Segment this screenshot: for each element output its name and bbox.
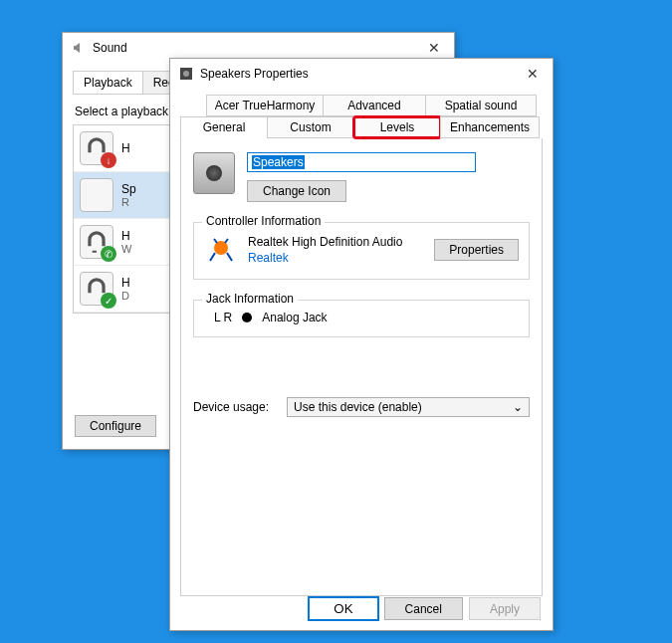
tab-content-general: Speakers Change Icon Controller Informat… [180,138,543,596]
tab-advanced[interactable]: Advanced [323,95,426,116]
tabs: Acer TrueHarmony Advanced Spatial sound … [180,95,543,138]
jack-dot-icon [242,313,252,322]
speakers-properties-window: Speakers Properties ✕ Acer TrueHarmony A… [169,58,554,631]
device-label: Sp [121,182,136,196]
ok-button[interactable]: OK [309,597,377,620]
device-sub: D [121,290,130,302]
tab-spatial-sound[interactable]: Spatial sound [425,95,537,116]
props-titlebar[interactable]: Speakers Properties ✕ [170,59,553,89]
headphones-icon: ↓ [80,131,113,165]
tab-general[interactable]: General [180,116,268,138]
arrow-down-icon: ↓ [101,152,116,168]
device-usage-value: Use this device (enable) [294,400,422,414]
configure-button[interactable]: Configure [75,415,156,437]
controller-name: Realtek High Definition Audio [248,235,424,249]
device-icon [193,152,235,194]
close-icon[interactable]: ✕ [422,36,446,60]
headphones-icon: ✓ [80,272,113,306]
dialog-buttons: OK Cancel Apply [309,597,541,620]
properties-button[interactable]: Properties [434,239,519,261]
device-sub: W [121,243,131,255]
headset-icon: ✆ [80,225,113,259]
device-name-input[interactable]: Speakers [247,152,476,172]
group-title: Controller Information [202,214,325,228]
controller-vendor-link[interactable]: Realtek [248,251,424,265]
jack-information-group: Jack Information L R Analog Jack [193,300,530,337]
props-title: Speakers Properties [200,67,521,81]
tab-acer-trueharmony[interactable]: Acer TrueHarmony [206,95,324,116]
change-icon-button[interactable]: Change Icon [247,180,346,202]
tab-enhancements[interactable]: Enhancements [440,116,540,138]
svg-point-1 [183,71,189,77]
device-label: H [121,276,130,290]
sound-title: Sound [93,41,422,55]
jack-lr: L R [214,311,232,324]
tab-playback[interactable]: Playback [73,71,143,94]
group-title: Jack Information [202,292,298,306]
controller-information-group: Controller Information Realtek High Defi… [193,222,530,280]
apply-button[interactable]: Apply [469,597,541,620]
cancel-button[interactable]: Cancel [384,597,463,620]
phone-icon: ✆ [101,246,116,262]
tab-custom[interactable]: Custom [267,116,354,138]
speaker-icon [178,66,194,82]
jack-type: Analog Jack [262,311,327,324]
device-sub: R [121,196,136,208]
tab-levels[interactable]: Levels [353,116,441,138]
device-label: H [121,229,131,243]
speaker-icon [80,178,113,212]
device-usage-label: Device usage: [193,400,269,414]
close-icon[interactable]: ✕ [521,62,545,86]
realtek-crab-icon [204,233,238,267]
check-icon: ✓ [101,293,116,309]
device-usage-select[interactable]: Use this device (enable) ⌄ [287,397,530,417]
speaker-icon [71,40,87,56]
chevron-down-icon: ⌄ [513,400,523,414]
device-label: H [121,141,130,155]
